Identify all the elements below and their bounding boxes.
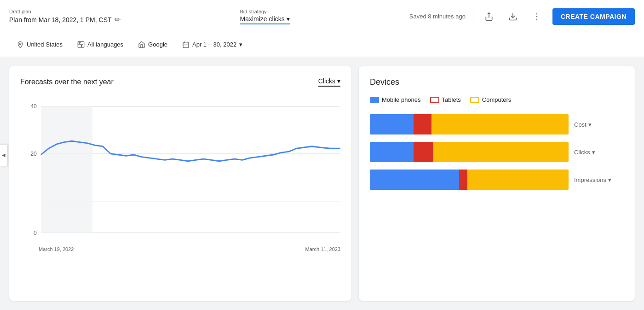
saved-status: Saved 8 minutes ago — [409, 13, 466, 20]
impressions-bar — [370, 170, 569, 190]
impressions-bar-row: Impressions ▾ — [370, 170, 624, 190]
svg-text:20: 20 — [30, 151, 37, 157]
impressions-label[interactable]: Impressions ▾ — [569, 176, 624, 183]
chart-x-end: March 11, 2023 — [305, 246, 340, 252]
download-button[interactable] — [505, 8, 521, 25]
edit-icon[interactable]: ✏ — [115, 15, 121, 24]
language-filter[interactable]: All languages — [70, 33, 131, 57]
header-left: Draft plan Plan from Mar 18, 2022, 1 PM,… — [9, 9, 121, 24]
metric-label: Clicks — [318, 77, 335, 85]
clicks-bar-tablet — [414, 142, 433, 162]
bid-strategy-selector[interactable]: Maximize clicks ▾ — [240, 15, 290, 24]
chart-x-labels: March 19, 2022 March 11, 2023 — [20, 245, 340, 252]
svg-rect-16 — [41, 106, 92, 233]
more-button[interactable] — [529, 8, 545, 25]
devices-card: Devices Mobile phones Tablets Computers — [359, 66, 635, 301]
devices-legend: Mobile phones Tablets Computers — [370, 96, 624, 103]
cost-bar-tablet — [414, 114, 431, 135]
bid-label: Bid strategy — [240, 9, 290, 14]
download-icon — [508, 12, 518, 21]
chart-x-start: March 19, 2022 — [39, 246, 74, 252]
header: Draft plan Plan from Mar 18, 2022, 1 PM,… — [0, 0, 644, 33]
tablet-label: Tablets — [442, 96, 461, 103]
location-filter[interactable]: United States — [9, 33, 70, 57]
mobile-swatch — [370, 97, 379, 103]
svg-point-1 — [536, 16, 538, 17]
forecast-chart-svg: 40 20 0 — [20, 96, 340, 243]
language-text: All languages — [87, 41, 123, 48]
forecast-card-header: Forecasts over the next year Clicks ▾ — [20, 77, 340, 87]
share-icon — [484, 12, 494, 21]
svg-point-3 — [19, 43, 21, 44]
date-range-filter[interactable]: Apr 1 – 30, 2022 ▾ — [175, 33, 250, 57]
tablet-swatch — [430, 97, 439, 103]
draft-label: Draft plan — [9, 9, 121, 14]
impressions-bar-tablet — [459, 170, 467, 190]
filter-bar: United States All languages Google Apr 1… — [0, 33, 644, 57]
computer-label: Computers — [482, 96, 512, 103]
legend-mobile: Mobile phones — [370, 96, 421, 103]
date-range-chevron: ▾ — [239, 41, 242, 48]
cost-bar-mobile — [370, 114, 414, 135]
network-text: Google — [148, 41, 167, 48]
chart-container: 40 20 0 March 19, 2022 March 11, 2023 — [20, 96, 340, 252]
clicks-bar-mobile — [370, 142, 414, 162]
cost-bar-row: Cost ▾ — [370, 114, 624, 135]
impressions-bar-computer — [467, 170, 569, 190]
share-button[interactable] — [481, 8, 497, 25]
bid-strategy-container: Bid strategy Maximize clicks ▾ — [240, 9, 290, 24]
legend-tablet: Tablets — [430, 96, 461, 103]
clicks-bar-computer — [433, 142, 569, 162]
header-divider — [473, 9, 473, 24]
svg-text:40: 40 — [30, 103, 37, 110]
devices-title: Devices — [370, 77, 624, 87]
clicks-bar-row: Clicks ▾ — [370, 142, 624, 162]
impressions-bar-mobile — [370, 170, 459, 190]
metric-selector[interactable]: Clicks ▾ — [318, 77, 340, 87]
date-range-text: Apr 1 – 30, 2022 — [192, 41, 236, 48]
metric-chevron: ▾ — [337, 77, 340, 85]
clicks-label[interactable]: Clicks ▾ — [569, 149, 624, 156]
svg-point-0 — [536, 13, 538, 14]
svg-text:0: 0 — [34, 230, 37, 236]
impressions-chevron: ▾ — [608, 176, 611, 183]
sidebar-collapse-icon: ◀ — [2, 152, 6, 158]
calendar-icon — [182, 41, 190, 48]
header-actions: Saved 8 minutes ago CREATE CAMPAIGN — [409, 8, 635, 25]
sidebar-collapse-button[interactable]: ◀ — [0, 144, 7, 166]
clicks-bar — [370, 142, 569, 162]
cost-label[interactable]: Cost ▾ — [569, 121, 624, 128]
svg-rect-5 — [183, 42, 189, 47]
create-campaign-button[interactable]: CREATE CAMPAIGN — [552, 8, 635, 25]
forecast-title: Forecasts over the next year — [20, 78, 114, 86]
cost-chevron: ▾ — [588, 121, 592, 128]
plan-name-text: Plan from Mar 18, 2022, 1 PM, CST — [9, 16, 112, 23]
forecast-card: Forecasts over the next year Clicks ▾ 40… — [9, 66, 351, 301]
cost-bar — [370, 114, 569, 135]
location-text: United States — [27, 41, 63, 48]
cost-bar-computer — [431, 114, 569, 135]
bid-strategy-text: Maximize clicks — [240, 15, 285, 23]
more-icon — [532, 12, 541, 21]
language-icon — [77, 41, 85, 48]
plan-name-container: Plan from Mar 18, 2022, 1 PM, CST ✏ — [9, 15, 121, 24]
bid-strategy-chevron: ▾ — [287, 15, 290, 23]
computer-swatch — [470, 97, 479, 103]
network-filter[interactable]: Google — [131, 33, 175, 57]
mobile-label: Mobile phones — [382, 96, 421, 103]
main-content: Forecasts over the next year Clicks ▾ 40… — [0, 57, 644, 310]
legend-computer: Computers — [470, 96, 512, 103]
network-icon — [138, 41, 145, 48]
svg-point-2 — [536, 18, 538, 20]
clicks-chevron: ▾ — [592, 149, 595, 156]
location-icon — [17, 41, 24, 48]
